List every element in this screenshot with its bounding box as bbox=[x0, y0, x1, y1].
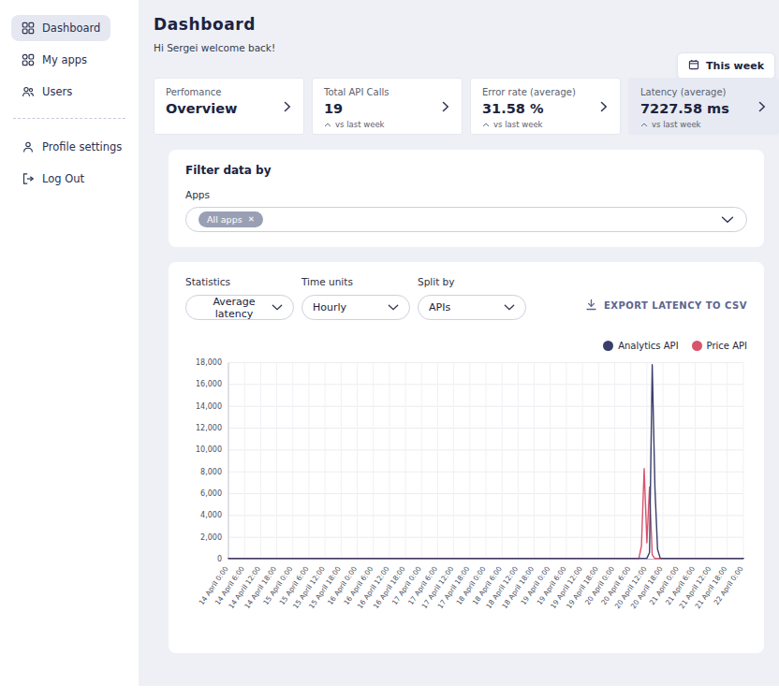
logout-icon bbox=[22, 172, 35, 185]
download-icon bbox=[585, 299, 597, 313]
sidebar-nav: Dashboard My apps bbox=[11, 15, 127, 105]
stat-card-label: Error rate (average) bbox=[482, 87, 609, 97]
time-units-control: Time units Hourly bbox=[301, 276, 410, 320]
split-by-control: Split by APIs bbox=[418, 276, 526, 320]
stat-card-label: Latency (average) bbox=[640, 87, 767, 97]
statistics-selected-value: Average latency bbox=[197, 296, 272, 320]
time-units-select[interactable]: Hourly bbox=[301, 295, 410, 320]
split-by-label: Split by bbox=[418, 276, 526, 287]
statistics-control: Statistics Average latency bbox=[185, 276, 294, 320]
filter-panel: Filter data by Apps All apps ✕ bbox=[169, 150, 764, 247]
stat-card-trend: vs last week bbox=[482, 120, 609, 129]
apps-multiselect[interactable]: All apps ✕ bbox=[185, 207, 747, 232]
svg-text:8,000: 8,000 bbox=[200, 468, 222, 476]
this-week-label: This week bbox=[706, 60, 764, 72]
chevron-right-icon bbox=[758, 101, 766, 112]
filter-panel-title: Filter data by bbox=[185, 164, 747, 177]
stat-card-value: 31.58 % bbox=[482, 101, 609, 116]
stat-card-label: Total API Calls bbox=[324, 87, 450, 97]
stat-card-trend: vs last week bbox=[640, 120, 767, 129]
stat-card-sub-label: vs last week bbox=[652, 120, 701, 129]
legend-item-analytics-api: Analytics API bbox=[603, 341, 678, 351]
stat-card-label: Perfomance bbox=[166, 87, 292, 97]
sidebar-item-users[interactable]: Users bbox=[11, 79, 82, 105]
stat-card-performance[interactable]: Perfomance Overview bbox=[154, 78, 304, 135]
legend-dot bbox=[603, 341, 613, 351]
sidebar-item-label: Users bbox=[42, 85, 72, 98]
latency-chart-svg: 02,0004,0006,0008,00010,00012,00014,0001… bbox=[185, 353, 747, 638]
chevron-down-icon bbox=[388, 301, 399, 314]
legend-label: Price API bbox=[707, 341, 747, 351]
chevron-down-icon bbox=[272, 301, 283, 314]
app-root: Dashboard My apps bbox=[0, 0, 779, 686]
this-week-button[interactable]: This week bbox=[677, 52, 775, 80]
split-by-selected-value: APIs bbox=[429, 301, 450, 314]
statistics-select[interactable]: Average latency bbox=[185, 295, 294, 320]
sidebar-item-label: My apps bbox=[42, 53, 87, 66]
chevron-down-icon bbox=[504, 301, 515, 314]
stat-card-trend: vs last week bbox=[324, 120, 450, 129]
chart-legend: Analytics API Price API bbox=[185, 341, 747, 351]
calendar-icon bbox=[688, 59, 699, 73]
svg-text:6,000: 6,000 bbox=[200, 489, 222, 498]
stat-card-error-rate[interactable]: Error rate (average) 31.58 % vs last wee… bbox=[470, 78, 621, 135]
legend-dot bbox=[692, 341, 702, 351]
svg-text:12,000: 12,000 bbox=[196, 424, 222, 432]
stat-cards-row: Perfomance Overview Total API Calls 19 v… bbox=[154, 78, 779, 135]
chip-remove-icon[interactable]: ✕ bbox=[248, 215, 255, 224]
chart-controls: Statistics Average latency Time units Ho… bbox=[185, 276, 747, 320]
svg-text:16,000: 16,000 bbox=[196, 380, 222, 388]
page-title: Dashboard bbox=[154, 15, 779, 34]
chevron-right-icon bbox=[442, 101, 449, 112]
stat-card-total-api-calls[interactable]: Total API Calls 19 vs last week bbox=[312, 78, 463, 135]
chip-label: All apps bbox=[207, 214, 243, 225]
sidebar-item-profile-settings[interactable]: Profile settings bbox=[11, 134, 132, 160]
stat-card-sub-label: vs last week bbox=[493, 120, 543, 129]
sidebar-item-label: Profile settings bbox=[42, 140, 122, 153]
chevron-right-icon bbox=[284, 101, 291, 112]
sidebar-item-logout[interactable]: Log Out bbox=[11, 166, 95, 192]
statistics-panel: Statistics Average latency Time units Ho… bbox=[169, 262, 764, 653]
stat-card-latency[interactable]: Latency (average) 7227.58 ms vs last wee… bbox=[628, 78, 779, 135]
svg-text:4,000: 4,000 bbox=[200, 511, 222, 519]
caret-up-icon bbox=[482, 120, 490, 129]
stat-card-value: 19 bbox=[324, 101, 450, 116]
legend-label: Analytics API bbox=[618, 341, 678, 351]
svg-text:2,000: 2,000 bbox=[200, 533, 222, 542]
sidebar-item-label: Dashboard bbox=[42, 22, 100, 35]
stat-card-value: 7227.58 ms bbox=[640, 101, 767, 116]
sidebar: Dashboard My apps bbox=[0, 0, 139, 686]
selected-app-chip: All apps ✕ bbox=[198, 211, 263, 227]
caret-up-icon bbox=[324, 120, 331, 129]
chevron-right-icon bbox=[600, 101, 608, 112]
stat-card-value: Overview bbox=[166, 101, 292, 116]
time-units-label: Time units bbox=[301, 276, 410, 287]
svg-text:14,000: 14,000 bbox=[196, 402, 222, 411]
sidebar-item-my-apps[interactable]: My apps bbox=[11, 47, 97, 73]
apps-grid-icon bbox=[22, 53, 35, 66]
sidebar-item-dashboard[interactable]: Dashboard bbox=[11, 15, 110, 41]
legend-item-price-api: Price API bbox=[692, 341, 747, 351]
chevron-down-icon bbox=[721, 216, 734, 224]
export-csv-label: EXPORT LATENCY TO CSV bbox=[604, 300, 747, 311]
apps-field-label: Apps bbox=[185, 189, 747, 200]
main-content: Dashboard Hi Sergei welcome back! This w… bbox=[139, 0, 779, 686]
sidebar-item-label: Log Out bbox=[42, 172, 84, 185]
profile-icon bbox=[22, 140, 35, 153]
statistics-label: Statistics bbox=[185, 276, 294, 287]
svg-text:10,000: 10,000 bbox=[196, 445, 222, 454]
svg-text:0: 0 bbox=[217, 555, 222, 563]
export-csv-button[interactable]: EXPORT LATENCY TO CSV bbox=[585, 299, 747, 313]
svg-text:18,000: 18,000 bbox=[196, 358, 222, 367]
stat-card-sub-label: vs last week bbox=[335, 120, 385, 129]
latency-chart: 02,0004,0006,0008,00010,00012,00014,0001… bbox=[185, 353, 747, 638]
users-icon bbox=[22, 85, 35, 98]
time-units-selected-value: Hourly bbox=[313, 301, 346, 314]
sidebar-divider bbox=[13, 118, 125, 119]
caret-up-icon bbox=[640, 120, 648, 129]
dashboard-grid-icon bbox=[22, 22, 35, 35]
split-by-select[interactable]: APIs bbox=[418, 295, 526, 320]
